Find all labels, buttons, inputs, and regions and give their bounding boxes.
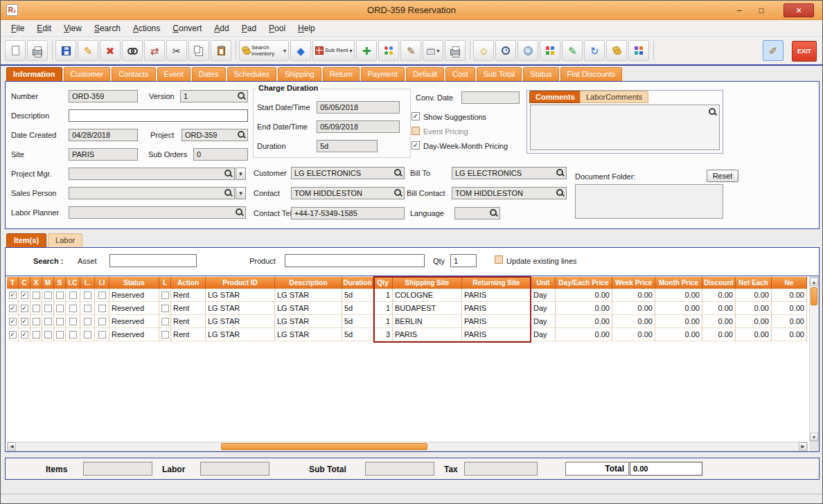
close-button[interactable]: ✕ [784,3,814,17]
row-checkbox-ip[interactable] [84,291,91,299]
row-checkbox-l[interactable] [161,331,169,339]
end-date-field[interactable]: 05/09/2018 [317,120,400,133]
show-suggestions-checkbox[interactable] [412,112,420,120]
chevron-down-icon[interactable]: ▾ [349,48,352,54]
col-header-ne[interactable]: Ne [772,277,807,289]
group-icon[interactable] [378,40,399,61]
vertical-scroll-thumb[interactable] [811,287,817,305]
menu-actions[interactable]: Actions [127,20,166,37]
row-checkbox-l[interactable] [161,318,169,325]
row-checkbox-m[interactable] [44,305,52,312]
row-checkbox-ic[interactable] [69,305,77,312]
exit-button[interactable]: EXIT [792,41,817,62]
tab-return[interactable]: Return [323,67,360,81]
description-field[interactable] [69,109,248,122]
row-checkbox-ip[interactable] [84,318,91,325]
cell-ip[interactable] [80,315,95,328]
menu-file[interactable]: File [5,20,30,37]
sales-person-field[interactable] [69,187,235,199]
print-icon[interactable] [27,40,48,61]
row-checkbox-m[interactable] [44,291,52,299]
tab-shipping[interactable]: Shipping [278,67,321,81]
table-row[interactable]: ReservedRentLG STARLG STAR5d1BUDAPESTPAR… [7,302,807,315]
col-header-action[interactable]: Action [171,277,206,289]
tab-labor[interactable]: Labor [48,233,82,247]
col-header-description[interactable]: Description [275,277,342,289]
row-checkbox-ip[interactable] [84,331,91,339]
sales-person-dropdown-button[interactable]: ▼ [236,187,246,199]
col-header-s[interactable]: S [54,277,66,289]
row-checkbox-c[interactable] [21,318,28,325]
cell-m[interactable] [42,315,54,328]
sub-orders-field[interactable]: 0 [193,148,248,161]
search-inventory-button[interactable]: Search Inventory▾ [239,40,289,61]
cell-ic[interactable] [66,289,80,302]
horizontal-scrollbar[interactable]: ◀ ▶ [7,442,808,451]
cell-m[interactable] [42,302,54,315]
cell-c[interactable] [19,328,30,341]
tab-flat-discounts[interactable]: Flat Discounts [560,67,623,81]
tab-cost[interactable]: Cost [445,67,475,81]
col-header-week-price[interactable]: Week Price [612,277,655,289]
cell-ip[interactable] [80,289,95,302]
contact-field[interactable]: TOM HIDDLESTON [291,187,405,199]
row-checkbox-s[interactable] [56,331,64,339]
tab-labor-comments[interactable]: LaborComments [580,91,648,103]
tab-default[interactable]: Default [406,67,444,81]
version-field[interactable]: 1 [180,90,248,102]
scroll-up-button[interactable]: ▲ [810,278,818,286]
comments-textarea[interactable] [530,105,720,150]
start-date-field[interactable]: 05/05/2018 [317,101,400,114]
batch-icon[interactable]: ▾ [423,40,443,61]
tab-payment[interactable]: Payment [361,67,405,81]
clock-icon[interactable] [495,40,516,61]
menu-edit[interactable]: Edit [30,20,57,37]
duration-field[interactable]: 5d [317,140,378,152]
chevron-down-icon[interactable]: ▾ [283,48,286,54]
tab-comments[interactable]: Comments [529,91,581,103]
menu-search[interactable]: Search [88,20,127,37]
menu-add[interactable]: Add [208,20,235,37]
bill-contact-field[interactable]: TOM HIDDLESTON [452,187,567,199]
save-icon[interactable] [55,40,76,61]
project-mgr-field[interactable] [69,168,235,180]
col-header-month-price[interactable]: Month Price [655,277,702,289]
menu-pad[interactable]: Pad [236,20,263,37]
row-checkbox-ic[interactable] [69,291,77,299]
project-mgr-dropdown-button[interactable]: ▼ [236,168,246,180]
cell-ic[interactable] [66,315,80,328]
money-icon[interactable] [606,40,627,61]
project-lookup-icon[interactable] [237,130,246,139]
cell-l[interactable] [159,302,171,315]
col-header-shipping-site[interactable]: Shipping Site [393,277,462,289]
row-checkbox-ip[interactable] [84,305,91,312]
col-header-c[interactable]: C [19,277,30,289]
col-header-net-each[interactable]: Net Each [736,277,772,289]
menu-pool[interactable]: Pool [263,20,292,37]
cell-s[interactable] [54,289,66,302]
table-row[interactable]: ReservedRentLG STARLG STAR5d1BERLINPARIS… [7,315,807,328]
cell-x[interactable] [30,315,42,328]
bill-to-lookup-icon[interactable] [556,168,565,177]
cell-ii[interactable] [95,289,109,302]
sales-person-lookup-icon[interactable] [224,188,233,197]
cubes-icon[interactable] [540,40,560,61]
delete-icon[interactable]: ✖ [100,40,121,61]
customer-field[interactable]: LG ELECTRONICS [291,167,405,179]
tab-dates[interactable]: Dates [192,67,226,81]
new-document-icon[interactable] [5,40,26,61]
smiley-icon[interactable]: ☺ [473,40,494,61]
col-header-x[interactable]: X [30,277,42,289]
document-folder-box[interactable] [575,184,723,219]
cell-c[interactable] [19,302,30,315]
row-checkbox-ii[interactable] [98,291,106,299]
row-checkbox-ii[interactable] [98,318,106,325]
cell-s[interactable] [54,315,66,328]
row-checkbox-l[interactable] [161,305,169,312]
cell-s[interactable] [54,328,66,341]
update-existing-lines-checkbox[interactable] [495,255,503,264]
menu-view[interactable]: View [57,20,88,37]
site-field[interactable]: PARIS [69,148,138,161]
menu-help[interactable]: Help [292,20,321,37]
add-icon[interactable]: ✚ [356,40,377,61]
